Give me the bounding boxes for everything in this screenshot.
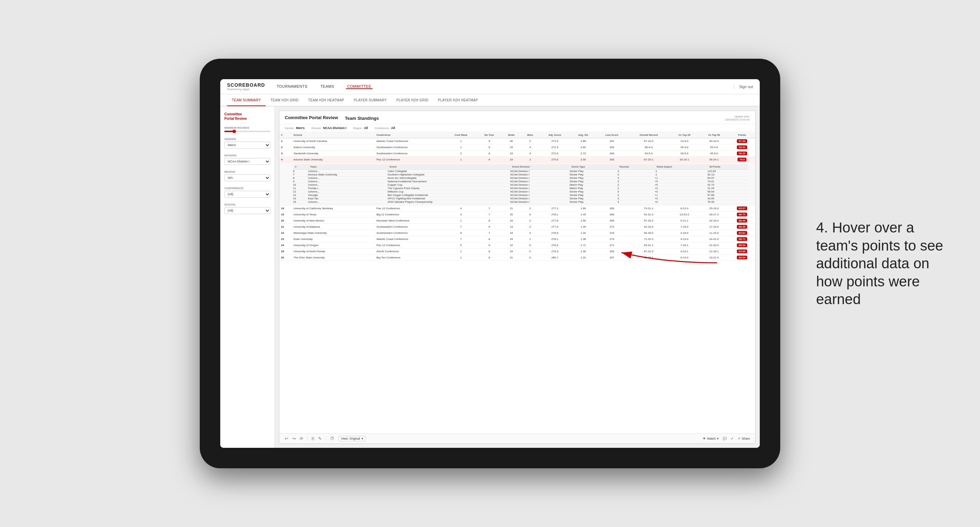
redo-icon[interactable]: ↪ — [292, 436, 296, 441]
exp-cell-rounds: 3 — [617, 170, 655, 173]
points-value[interactable]: 93.31 — [737, 145, 747, 149]
points-value[interactable]: 88.70 — [737, 213, 747, 216]
points-value-highlighted[interactable]: 79.5 — [738, 158, 746, 162]
sign-out-button[interactable]: Sign out — [734, 85, 753, 89]
filter-region: Region: All — [353, 126, 368, 130]
cell-points[interactable]: 83.89 — [729, 249, 755, 255]
cell-overall: 71-22-2 — [628, 236, 670, 242]
cell-rank: 20 — [279, 218, 292, 224]
points-value[interactable]: 88.54 — [737, 243, 747, 247]
clock-icon[interactable]: ⏱ — [330, 436, 334, 441]
cell-points[interactable]: 83.07 — [729, 205, 755, 212]
cell-conference: Southeastern Conference — [375, 224, 445, 230]
cell-overall: 86-4-0 — [628, 144, 670, 151]
tab-team-h2h-heatmap[interactable]: TEAM H2H HEATMAP — [303, 95, 349, 106]
cell-school: University of New Mexico — [292, 218, 375, 224]
cell-low-score: 260 — [596, 205, 628, 212]
refresh-icon[interactable]: ⟳ — [300, 436, 303, 441]
points-value[interactable]: 88.71 — [737, 237, 747, 241]
exp-cell-division: NCAA Division I — [510, 187, 570, 190]
exp-cell-event: Ben Hogan Collegiate Invitational — [388, 194, 510, 197]
cell-points[interactable]: 88.48 — [729, 224, 755, 230]
comment-button[interactable]: 💬 — [723, 437, 727, 440]
nav-teams[interactable]: TEAMS — [319, 84, 335, 89]
view-selector[interactable]: View: Original ▾ — [338, 436, 366, 441]
filter-gender: Gender: Men's — [285, 126, 305, 130]
points-value[interactable]: 83.07 — [737, 206, 747, 210]
cell-conference: Big Ten Conference — [375, 255, 445, 261]
update-time: 13/03/2024 10:03:42 — [725, 118, 750, 121]
list-item: 14 East Tac OFCC Fighting Illini Invitat… — [293, 197, 748, 200]
cell-no-tour: 8 — [477, 255, 502, 261]
cell-rank: 24 — [279, 242, 292, 249]
tab-player-summary[interactable]: PLAYER SUMMARY — [349, 95, 392, 106]
cell-school: University of North Carolina — [292, 138, 375, 144]
points-value[interactable]: 83.89 — [737, 249, 747, 253]
cell-points[interactable]: 79.5 — [729, 157, 755, 163]
cell-avg-sg: 1.30 — [570, 249, 596, 255]
cell-avg-sg: 1.45 — [570, 224, 596, 230]
points-value[interactable]: 90.32 — [737, 152, 747, 155]
region-select[interactable]: N/A — [224, 175, 270, 181]
school-select[interactable]: (All) — [224, 207, 270, 214]
cell-points[interactable]: 88.54 — [729, 242, 755, 249]
exp-cell-team: Univers... — [308, 170, 388, 173]
points-value[interactable]: 97.02 — [737, 139, 747, 143]
exp-cell-rounds: 3 — [617, 176, 655, 180]
edit-icon[interactable]: ✎ — [318, 436, 322, 441]
division-select[interactable]: NCAA Division I — [224, 158, 270, 165]
tab-player-h2h-grid[interactable]: PLAYER H2H GRID — [392, 95, 433, 106]
cell-vs50: 19-21-0 — [699, 255, 729, 261]
report-container: Committee Portal Review Team Standings U… — [279, 111, 756, 444]
conference-select[interactable]: (All) — [224, 191, 270, 198]
cell-low-score: 262 — [596, 138, 628, 144]
tab-player-h2h-heatmap[interactable]: PLAYER H2H HEATMAP — [433, 95, 483, 106]
nav-tournaments[interactable]: TOURNAMENTS — [275, 84, 309, 89]
share-button[interactable]: ↗ Share — [738, 437, 750, 440]
tablet-screen: SCOREBOARD Powered by clippd TOURNAMENTS… — [220, 79, 760, 448]
nav-committee[interactable]: COMMITTEE — [346, 84, 373, 89]
cell-bnds: 30 — [502, 138, 521, 144]
points-value[interactable]: 88.94 — [737, 256, 747, 259]
cell-conf-rank: 1 — [445, 249, 477, 255]
gender-select[interactable]: Men's — [224, 142, 270, 148]
cell-conference: Atlantic Coast Conference — [375, 236, 445, 242]
cell-rank: 19 — [279, 212, 292, 218]
cell-points[interactable]: 90.32 — [729, 151, 755, 157]
sidebar-school: School (All) — [224, 203, 270, 214]
filters-row: Gender: Men's Division: NCAA Division I … — [279, 124, 755, 132]
points-value[interactable]: 83.81 — [737, 231, 747, 235]
tab-team-h2h-grid[interactable]: TEAM H2H GRID — [266, 95, 303, 106]
cell-adj-score: 272.0 — [539, 138, 570, 144]
exp-cell-type: Stroke Play — [570, 190, 617, 194]
cell-points[interactable]: 88.70 — [729, 212, 755, 218]
eye-icon: 👁 — [703, 437, 706, 440]
points-value[interactable]: 88.49 — [737, 219, 747, 222]
cell-vs25: 13-9-0 — [670, 138, 699, 144]
cell-points[interactable]: 83.81 — [729, 230, 755, 236]
exp-cell-num: 10 — [293, 183, 308, 187]
cell-no-tour: 9 — [477, 144, 502, 151]
table-row-highlighted: 4 Arizona State University Pac-12 Confer… — [279, 157, 755, 163]
col-conference: Conference — [375, 132, 445, 138]
cell-points[interactable]: 97.02 — [729, 138, 755, 144]
watch-button[interactable]: 👁 Watch ▾ — [703, 437, 719, 440]
points-value[interactable]: 88.48 — [737, 225, 747, 229]
cell-bnds: 21 — [502, 255, 521, 261]
copy-icon[interactable]: ⎘ — [312, 436, 314, 441]
exp-cell-event: Cabo Collegiate — [388, 170, 510, 173]
cell-points[interactable]: 88.94 — [729, 255, 755, 261]
rounds-slider[interactable] — [224, 131, 270, 132]
exp-cell-w-points: 110.63 — [708, 170, 748, 173]
tab-team-summary[interactable]: TEAM SUMMARY — [227, 95, 266, 106]
cell-conf-rank: 4 — [445, 205, 477, 212]
exp-cell-division: NCAA Division I — [510, 197, 570, 200]
cell-points[interactable]: 88.49 — [729, 218, 755, 224]
cell-avg-sg: 1.60 — [570, 205, 596, 212]
expand-button[interactable]: ⤢ — [731, 437, 733, 440]
exp-col-team: Team — [308, 164, 388, 170]
cell-points[interactable]: 93.31 — [729, 144, 755, 151]
cell-points[interactable]: 88.71 — [729, 236, 755, 242]
undo-icon[interactable]: ↩ — [285, 436, 288, 441]
cell-conference: Pac-12 Conference — [375, 242, 445, 249]
